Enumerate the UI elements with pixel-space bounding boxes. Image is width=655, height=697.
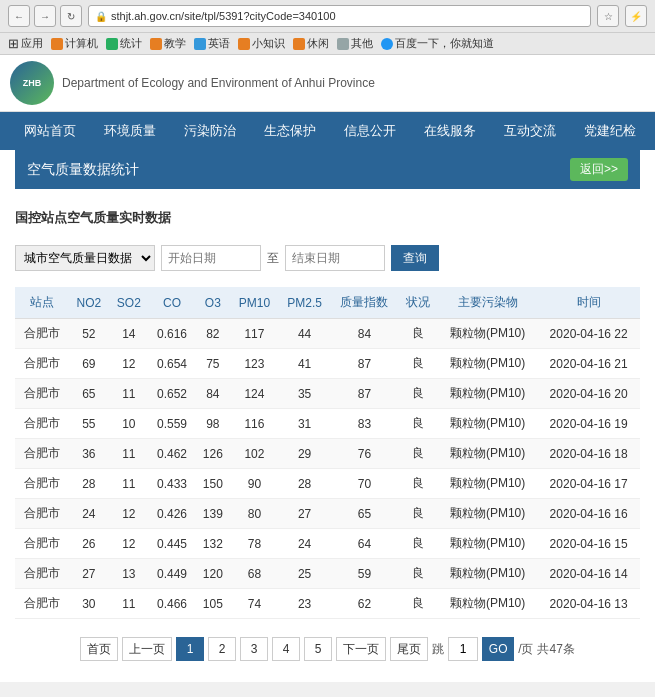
table-cell: 颗粒物(PM10) — [438, 409, 537, 439]
table-cell: 98 — [195, 409, 230, 439]
bookmark-leisure[interactable]: 休闲 — [293, 36, 329, 51]
table-cell: 70 — [331, 469, 399, 499]
url-bar[interactable]: 🔒 sthjt.ah.gov.cn/site/tpl/5391?cityCode… — [88, 5, 591, 27]
table-cell: 68 — [230, 559, 278, 589]
table-cell: 31 — [279, 409, 331, 439]
table-cell: 84 — [195, 379, 230, 409]
table-cell: 2020-04-16 16 — [537, 499, 640, 529]
table-cell: 124 — [230, 379, 278, 409]
folder-icon — [293, 38, 305, 50]
table-cell: 颗粒物(PM10) — [438, 319, 537, 349]
table-cell: 12 — [109, 349, 149, 379]
bookmark-teaching[interactable]: 教学 — [150, 36, 186, 51]
table-cell: 74 — [230, 589, 278, 619]
return-button[interactable]: 返回>> — [570, 158, 628, 181]
nav-interaction[interactable]: 互动交流 — [490, 112, 570, 150]
table-cell: 2020-04-16 15 — [537, 529, 640, 559]
section-title: 国控站点空气质量实时数据 — [15, 201, 640, 231]
back-button[interactable]: ← — [8, 5, 30, 27]
col-pollutant: 主要污染物 — [438, 287, 537, 319]
bookmark-english[interactable]: 英语 — [194, 36, 230, 51]
nav-party[interactable]: 党建纪检 — [570, 112, 650, 150]
table-cell: 0.462 — [149, 439, 196, 469]
table-cell: 28 — [279, 469, 331, 499]
bookmark-computer[interactable]: 计算机 — [51, 36, 98, 51]
first-page-button[interactable]: 首页 — [80, 637, 118, 661]
bookmark-star-icon[interactable]: ☆ — [597, 5, 619, 27]
lock-icon: 🔒 — [95, 11, 107, 22]
table-cell: 颗粒物(PM10) — [438, 589, 537, 619]
table-cell: 合肥市 — [15, 559, 69, 589]
logo-area: ZHB Department of Ecology and Environmen… — [10, 61, 375, 105]
table-cell: 合肥市 — [15, 499, 69, 529]
query-bar: 城市空气质量日数据 至 查询 — [15, 239, 640, 277]
table-cell: 2020-04-16 20 — [537, 379, 640, 409]
table-cell: 2020-04-16 13 — [537, 589, 640, 619]
bookmark-stats[interactable]: 统计 — [106, 36, 142, 51]
table-cell: 44 — [279, 319, 331, 349]
bookmark-baidu[interactable]: 百度一下，你就知道 — [381, 36, 494, 51]
last-page-button[interactable]: 尾页 — [390, 637, 428, 661]
forward-button[interactable]: → — [34, 5, 56, 27]
table-cell: 23 — [279, 589, 331, 619]
col-so2: SO2 — [109, 287, 149, 319]
table-cell: 颗粒物(PM10) — [438, 469, 537, 499]
col-station: 站点 — [15, 287, 69, 319]
folder-icon — [106, 38, 118, 50]
page-5-button[interactable]: 5 — [304, 637, 332, 661]
pagination: 首页 上一页 1 2 3 4 5 下一页 尾页 跳 GO /页 共47条 — [15, 631, 640, 667]
bookmark-apps[interactable]: ⊞ 应用 — [8, 36, 43, 51]
table-cell: 良 — [398, 409, 438, 439]
next-page-button[interactable]: 下一页 — [336, 637, 386, 661]
nav-online-service[interactable]: 在线服务 — [410, 112, 490, 150]
table-cell: 0.654 — [149, 349, 196, 379]
table-cell: 80 — [230, 499, 278, 529]
nav-info[interactable]: 信息公开 — [330, 112, 410, 150]
table-cell: 105 — [195, 589, 230, 619]
page-4-button[interactable]: 4 — [272, 637, 300, 661]
page-go-input[interactable] — [448, 637, 478, 661]
bookmarks-bar: ⊞ 应用 计算机 统计 教学 英语 小知识 休闲 其他 百度一下，你就知道 — [0, 33, 655, 55]
col-no2: NO2 — [69, 287, 109, 319]
table-row: 合肥市26120.445132782464良颗粒物(PM10)2020-04-1… — [15, 529, 640, 559]
nav-pollution[interactable]: 污染防治 — [170, 112, 250, 150]
end-date-input[interactable] — [285, 245, 385, 271]
page-3-button[interactable]: 3 — [240, 637, 268, 661]
table-cell: 良 — [398, 349, 438, 379]
table-cell: 良 — [398, 319, 438, 349]
bookmark-knowledge[interactable]: 小知识 — [238, 36, 285, 51]
table-cell: 2020-04-16 19 — [537, 409, 640, 439]
bookmark-other[interactable]: 其他 — [337, 36, 373, 51]
table-cell: 27 — [69, 559, 109, 589]
table-cell: 合肥市 — [15, 529, 69, 559]
nav-ecology[interactable]: 生态保护 — [250, 112, 330, 150]
table-cell: 0.466 — [149, 589, 196, 619]
extensions-icon[interactable]: ⚡ — [625, 5, 647, 27]
table-cell: 颗粒物(PM10) — [438, 499, 537, 529]
folder-icon — [238, 38, 250, 50]
data-type-select[interactable]: 城市空气质量日数据 — [15, 245, 155, 271]
nav-env-quality[interactable]: 环境质量 — [90, 112, 170, 150]
table-cell: 120 — [195, 559, 230, 589]
table-cell: 颗粒物(PM10) — [438, 349, 537, 379]
table-cell: 11 — [109, 439, 149, 469]
start-date-input[interactable] — [161, 245, 261, 271]
table-cell: 41 — [279, 349, 331, 379]
table-cell: 良 — [398, 529, 438, 559]
refresh-button[interactable]: ↻ — [60, 5, 82, 27]
table-cell: 良 — [398, 559, 438, 589]
page-1-button[interactable]: 1 — [176, 637, 204, 661]
table-row: 合肥市65110.652841243587良颗粒物(PM10)2020-04-1… — [15, 379, 640, 409]
table-cell: 84 — [331, 319, 399, 349]
table-cell: 35 — [279, 379, 331, 409]
table-cell: 2020-04-16 14 — [537, 559, 640, 589]
total-info: 共47条 — [537, 641, 574, 658]
page-2-button[interactable]: 2 — [208, 637, 236, 661]
go-button[interactable]: GO — [482, 637, 514, 661]
prev-page-button[interactable]: 上一页 — [122, 637, 172, 661]
table-cell: 27 — [279, 499, 331, 529]
nav-home[interactable]: 网站首页 — [10, 112, 90, 150]
data-table: 站点 NO2 SO2 CO O3 PM10 PM2.5 质量指数 状况 主要污染… — [15, 287, 640, 619]
table-cell: 0.449 — [149, 559, 196, 589]
query-button[interactable]: 查询 — [391, 245, 439, 271]
